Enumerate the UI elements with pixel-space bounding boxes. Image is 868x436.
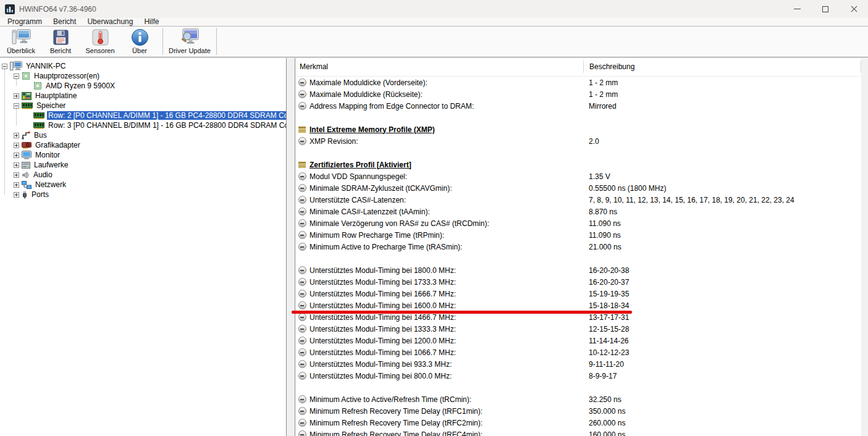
tree-item-label: Monitor bbox=[34, 151, 61, 159]
vertical-scrollbar[interactable] bbox=[861, 58, 868, 436]
tree-item-label: Netzwerk bbox=[34, 180, 67, 189]
tree-item-laufwerke[interactable]: Laufwerke bbox=[0, 160, 286, 170]
column-header-beschreibung[interactable]: Beschreibung bbox=[589, 58, 634, 76]
details-row[interactable]: XMP Revision:2.0 bbox=[295, 135, 861, 147]
cpu-icon bbox=[22, 72, 30, 80]
hwinfo-app-icon bbox=[5, 4, 15, 14]
tree-item-row-3-p0-channel-b-dimm-1-16-gb-pc4-2880[interactable]: Row: 3 [P0 CHANNEL B/DIMM 1] - 16 GB PC4… bbox=[0, 120, 286, 130]
details-row[interactable]: Unterstütztes Modul-Timing bei 933.3 MHz… bbox=[295, 358, 861, 370]
property-label: Maximale Moduldicke (Rückseite): bbox=[310, 90, 589, 99]
details-row[interactable]: Modul VDD Spannungspegel:1.35 V bbox=[295, 170, 861, 182]
expand-plus-icon[interactable] bbox=[14, 153, 19, 158]
toolbar-button-sensoren[interactable]: Sensoren bbox=[80, 27, 120, 57]
menu-uberwachung[interactable]: Überwachung bbox=[82, 18, 138, 26]
property-icon bbox=[298, 137, 306, 145]
tree-item-grafikadapter[interactable]: Grafikadapter bbox=[0, 140, 286, 150]
expand-plus-icon[interactable] bbox=[14, 162, 19, 168]
menu-bericht[interactable]: Bericht bbox=[48, 18, 82, 26]
property-value: 350.000 ns bbox=[589, 407, 625, 416]
property-value: 15-18-18-34 bbox=[589, 301, 629, 310]
column-header-merkmal[interactable]: Merkmal bbox=[300, 58, 328, 76]
expand-plus-icon[interactable] bbox=[14, 93, 19, 99]
details-row[interactable]: Unterstütztes Modul-Timing bei 1066.7 MH… bbox=[295, 346, 861, 358]
toolbar-button-uberblick[interactable]: Überblick bbox=[1, 27, 41, 57]
details-row[interactable]: Minimum Refresh Recovery Time Delay (tRF… bbox=[295, 429, 861, 436]
section-title: Zertifiziertes Profil [Aktiviert] bbox=[310, 161, 411, 169]
header-separator[interactable] bbox=[583, 61, 584, 73]
property-value: 13-17-17-31 bbox=[589, 313, 629, 322]
toolbar-button-driver-update[interactable]: Driver Update bbox=[166, 27, 213, 57]
property-label: Unterstütztes Modul-Timing bei 1200.0 MH… bbox=[310, 337, 589, 345]
expand-plus-icon[interactable] bbox=[14, 182, 19, 188]
motherboard-icon bbox=[22, 92, 32, 100]
details-row[interactable]: Unterstütztes Modul-Timing bei 1333.3 MH… bbox=[295, 323, 861, 335]
tree-item-hauptplatine[interactable]: Hauptplatine bbox=[0, 91, 286, 101]
maximize-button[interactable] bbox=[811, 0, 840, 18]
tree-item-label: Row: 3 [P0 CHANNEL B/DIMM 1] - 16 GB PC4… bbox=[47, 121, 287, 130]
details-row[interactable]: Unterstütztes Modul-Timing bei 1666.7 MH… bbox=[295, 288, 861, 300]
details-section-header[interactable]: Intel Extreme Memory Profile (XMP) bbox=[295, 124, 861, 135]
property-value: 11-14-14-26 bbox=[589, 337, 629, 345]
close-icon bbox=[851, 6, 857, 12]
expand-plus-icon[interactable] bbox=[14, 172, 19, 178]
expand-plus-icon[interactable] bbox=[14, 143, 19, 148]
details-row[interactable]: Minimum Active to Active/Refresh Time (t… bbox=[295, 393, 861, 405]
details-row[interactable]: Minimum Refresh Recovery Time Delay (tRF… bbox=[295, 417, 861, 429]
expand-plus-icon[interactable] bbox=[14, 192, 19, 198]
toolbar-button-bericht[interactable]: Bericht bbox=[41, 27, 80, 57]
details-row[interactable]: Unterstütztes Modul-Timing bei 1800.0 MH… bbox=[295, 264, 861, 276]
property-value: 2.0 bbox=[589, 137, 599, 146]
close-button[interactable] bbox=[840, 0, 868, 18]
property-label: Unterstütztes Modul-Timing bei 1066.7 MH… bbox=[310, 348, 589, 357]
details-row[interactable]: Minimale Verzögerung von RAS# zu CAS# (t… bbox=[295, 217, 861, 229]
details-row[interactable]: Address Mapping from Edge Connector to D… bbox=[295, 100, 861, 112]
tree-item-monitor[interactable]: Monitor bbox=[0, 150, 286, 160]
property-icon bbox=[298, 301, 306, 309]
details-row[interactable]: Unterstütztes Modul-Timing bei 1200.0 MH… bbox=[295, 335, 861, 346]
tree-item-label: Speicher bbox=[35, 101, 67, 110]
panel-splitter[interactable] bbox=[287, 58, 295, 436]
collapse-minus-icon[interactable] bbox=[2, 64, 7, 69]
tree-item-speicher[interactable]: Speicher bbox=[0, 101, 286, 111]
expand-plus-icon[interactable] bbox=[14, 133, 19, 138]
tree-item-audio[interactable]: Audio bbox=[0, 170, 286, 180]
property-icon bbox=[298, 231, 306, 239]
details-row[interactable]: Minimale CAS#-Latenzzeit (tAAmin):8.870 … bbox=[295, 206, 861, 217]
details-row[interactable]: Maximale Moduldicke (Rückseite):1 - 2 mm bbox=[295, 88, 861, 100]
property-label: Unterstütztes Modul-Timing bei 1600.0 MH… bbox=[310, 301, 589, 310]
property-value: 15-19-19-35 bbox=[589, 290, 629, 298]
tree-item-netzwerk[interactable]: Netzwerk bbox=[0, 180, 286, 190]
details-row[interactable]: Minimale SDRAM-Zykluszeit (tCKAVGmin):0.… bbox=[295, 182, 861, 194]
details-row[interactable]: Unterstütztes Modul-Timing bei 1600.0 MH… bbox=[295, 300, 861, 311]
tree-item-bus[interactable]: Bus bbox=[0, 130, 286, 140]
tree-item-label: AMD Ryzen 9 5900X bbox=[44, 82, 116, 90]
menu-hilfe[interactable]: Hilfe bbox=[138, 18, 164, 26]
details-row[interactable]: Minimum Row Precharge Time (tRPmin):11.0… bbox=[295, 229, 861, 241]
property-value: 12-15-15-28 bbox=[589, 325, 629, 333]
property-icon bbox=[298, 419, 306, 427]
tree-item-hauptprozessor-en[interactable]: Hauptprozessor(en) bbox=[0, 71, 286, 81]
property-icon bbox=[298, 360, 306, 368]
property-label: Minimum Refresh Recovery Time Delay (tRF… bbox=[310, 419, 589, 427]
menu-programm[interactable]: Programm bbox=[2, 18, 48, 26]
tree-item-yannik-pc[interactable]: YANNIK-PC bbox=[0, 61, 286, 71]
toolbar-button-uber[interactable]: Über bbox=[120, 27, 159, 57]
details-row[interactable]: Unterstütztes Modul-Timing bei 1733.3 MH… bbox=[295, 276, 861, 288]
minimize-button[interactable] bbox=[783, 0, 811, 18]
tree-item-ports[interactable]: Ports bbox=[0, 190, 286, 199]
details-row[interactable]: Unterstütztes Modul-Timing bei 800.0 MHz… bbox=[295, 370, 861, 382]
property-value: 16-20-20-37 bbox=[589, 278, 629, 287]
tree-item-label: Hauptplatine bbox=[34, 91, 78, 100]
details-section-header[interactable]: Zertifiziertes Profil [Aktiviert] bbox=[295, 159, 861, 170]
details-row[interactable]: Unterstützte CAS#-Latenzen:7, 8, 9, 10, … bbox=[295, 194, 861, 206]
audio-icon bbox=[22, 171, 30, 179]
details-row[interactable]: Minimum Refresh Recovery Time Delay (tRF… bbox=[295, 405, 861, 417]
collapse-minus-icon[interactable] bbox=[14, 73, 19, 79]
tree-item-row-2-p0-channel-a-dimm-1-16-gb-pc4-2880[interactable]: Row: 2 [P0 CHANNEL A/DIMM 1] - 16 GB PC4… bbox=[0, 111, 286, 120]
details-blank-row bbox=[295, 253, 861, 264]
collapse-minus-icon[interactable] bbox=[14, 103, 19, 109]
details-row[interactable]: Maximale Moduldicke (Vorderseite):1 - 2 … bbox=[295, 77, 861, 88]
details-row[interactable]: Minimum Active to Precharge Time (tRASmi… bbox=[295, 241, 861, 253]
tree-item-amd-ryzen-9-5900x[interactable]: AMD Ryzen 9 5900X bbox=[0, 81, 286, 91]
overview-computer-icon bbox=[12, 28, 31, 47]
